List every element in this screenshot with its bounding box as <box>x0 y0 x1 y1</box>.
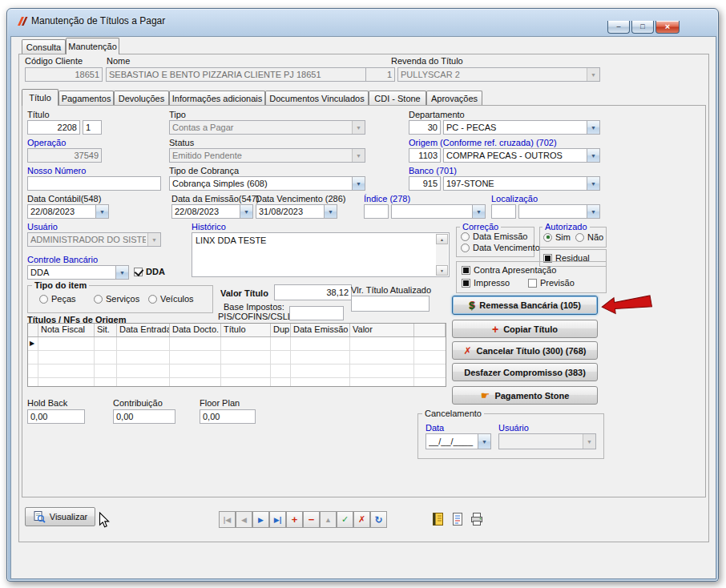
close-button[interactable]: × <box>655 21 680 34</box>
col-valor[interactable]: Valor <box>350 324 414 336</box>
autorizado-nao-radio[interactable]: Não <box>575 232 603 242</box>
remessa-bancaria-button[interactable]: $ Remessa Bancária (105) <box>452 296 598 315</box>
previsao-checkbox[interactable]: Previsão <box>528 278 575 288</box>
tab-informacoes-adicionais[interactable]: Informações adicionais <box>169 91 265 105</box>
contribuicao-field[interactable]: 0,00 <box>113 409 175 424</box>
nav-first-button[interactable]: |◀ <box>219 511 236 528</box>
origem-combo[interactable]: COMPRA PECAS - OUTROS ▼ <box>443 148 600 163</box>
nav-edit-button[interactable]: ▲ <box>320 511 337 528</box>
col-titulo[interactable]: Título <box>221 324 271 336</box>
visualizar-button[interactable]: Visualizar <box>25 507 95 526</box>
banco-code-field[interactable]: 915 <box>409 176 441 191</box>
chevron-down-icon[interactable]: ▼ <box>352 121 365 134</box>
origem-code-field[interactable]: 1103 <box>409 148 441 163</box>
chevron-down-icon[interactable]: ▼ <box>95 205 108 218</box>
tipo-cobranca-combo[interactable]: Cobrança Simples (608) ▼ <box>169 176 365 191</box>
hold-back-field[interactable]: 0,00 <box>27 409 85 424</box>
tab-aprovacoes[interactable]: Aprovações <box>426 91 482 105</box>
contra-apresentacao-checkbox[interactable]: Contra Apresentação <box>462 265 556 275</box>
revenda-code-field[interactable]: 1 <box>365 67 395 82</box>
grid-row[interactable] <box>28 351 446 364</box>
tab-pagamentos[interactable]: Pagamentos <box>58 91 114 105</box>
vlr-atualizado-field[interactable] <box>351 296 430 312</box>
tab-manutencao[interactable]: Manutenção <box>66 38 119 54</box>
autorizado-sim-radio[interactable]: Sim <box>543 232 571 242</box>
controle-bancario-combo[interactable]: DDA ▼ <box>27 265 129 280</box>
tipo-item-pecas-radio[interactable]: Peças <box>39 294 76 304</box>
historico-scrollbar[interactable]: ▲ ▼ <box>436 234 448 276</box>
grid-row[interactable] <box>28 378 446 387</box>
scroll-up-icon[interactable]: ▲ <box>436 234 448 244</box>
chevron-down-icon[interactable]: ▼ <box>352 149 365 162</box>
valor-titulo-field[interactable]: 38,12 <box>274 284 352 300</box>
correcao-data-emissao-radio[interactable]: Data Emissão <box>461 232 527 241</box>
tab-devolucoes[interactable]: Devoluções <box>114 91 169 105</box>
print-button[interactable] <box>469 511 485 527</box>
floor-plan-field[interactable]: 0,00 <box>200 409 256 424</box>
col-dup[interactable]: Dup <box>271 324 291 336</box>
base-impostos-field[interactable] <box>289 306 344 320</box>
parcela-field[interactable]: 1 <box>83 120 102 135</box>
ledger-button[interactable] <box>430 511 446 527</box>
chevron-down-icon[interactable]: ▼ <box>587 68 599 81</box>
localizacao-combo[interactable]: ▼ <box>518 204 600 219</box>
nav-last-button[interactable]: ▶| <box>269 511 286 528</box>
nosso-numero-field[interactable] <box>27 176 161 191</box>
chevron-down-icon[interactable]: ▼ <box>587 121 599 134</box>
grid-row[interactable] <box>28 364 446 378</box>
col-nota-fiscal[interactable]: Nota Fiscal <box>38 324 95 336</box>
titulo-field[interactable]: 2208 <box>27 120 80 135</box>
historico-textarea[interactable]: LINX DDA TESTE ▲ ▼ <box>192 232 450 277</box>
tipo-item-servicos-radio[interactable]: Serviços <box>94 294 139 304</box>
nav-delete-button[interactable]: − <box>303 511 320 528</box>
nav-insert-button[interactable]: + <box>286 511 303 528</box>
tab-titulo[interactable]: Título <box>22 89 58 106</box>
tipo-item-veiculos-radio[interactable]: Veículos <box>148 294 194 304</box>
tab-cdi-stone[interactable]: CDI - Stone <box>369 91 426 105</box>
col-data-entrada[interactable]: Data Entrada <box>117 324 170 336</box>
departamento-combo[interactable]: PC - PECAS ▼ <box>443 120 600 135</box>
status-combo[interactable]: Emitido Pendente ▼ <box>169 148 365 163</box>
col-sit[interactable]: Sit. <box>95 324 117 336</box>
nav-refresh-button[interactable]: ↻ <box>370 511 387 528</box>
nome-field[interactable]: SEBASTIAO E BENTO PIZZARIA CLIENTE PJ 18… <box>106 67 377 82</box>
chevron-down-icon[interactable]: ▼ <box>324 205 337 218</box>
chevron-down-icon[interactable]: ▼ <box>587 177 599 190</box>
scroll-down-icon[interactable]: ▼ <box>436 265 448 276</box>
chevron-down-icon[interactable]: ▼ <box>147 233 160 246</box>
origem-grid[interactable]: Nota Fiscal Sit. Data Entrada Data Docto… <box>27 323 446 387</box>
operacao-field[interactable]: 37549 <box>27 148 102 163</box>
usuario-combo[interactable]: ADMINISTRADOR DO SISTEM ▼ <box>27 232 161 247</box>
data-vencimento-picker[interactable]: 31/08/2023 ▼ <box>256 204 337 219</box>
localizacao-field[interactable] <box>491 204 516 219</box>
tab-documentos-vinculados[interactable]: Documentos Vinculados <box>265 91 369 105</box>
nav-post-button[interactable]: ✓ <box>337 511 353 528</box>
chevron-down-icon[interactable]: ▼ <box>115 266 128 279</box>
dda-checkbox[interactable]: DDA <box>134 267 165 276</box>
nav-cancel-button[interactable]: ✗ <box>353 511 370 528</box>
chevron-down-icon[interactable]: ▼ <box>583 434 595 449</box>
minimize-button[interactable]: – <box>607 21 630 34</box>
nav-next-button[interactable]: ▶ <box>252 511 269 528</box>
desfazer-compromisso-button[interactable]: Desfazer Compromisso (383) <box>452 363 598 381</box>
correcao-data-vencimento-radio[interactable]: Data Vencimento <box>461 243 540 252</box>
col-data-docto[interactable]: Data Docto. <box>170 324 221 336</box>
col-data-emissao[interactable]: Data Emissão <box>291 324 350 336</box>
banco-combo[interactable]: 197-STONE ▼ <box>443 176 600 191</box>
copiar-titulo-button[interactable]: + Copiar Título <box>452 320 598 338</box>
chevron-down-icon[interactable]: ▼ <box>587 149 599 162</box>
departamento-code-field[interactable]: 30 <box>409 120 441 135</box>
maximize-button[interactable]: □ <box>631 21 654 34</box>
chevron-down-icon[interactable]: ▼ <box>478 434 490 449</box>
data-emissao-picker[interactable]: 22/08/2023 ▼ <box>171 204 253 219</box>
cancelar-titulo-button[interactable]: ✗ Cancelar Título (300) (768) <box>452 341 598 360</box>
impresso-checkbox[interactable]: Impresso <box>462 278 510 288</box>
chevron-down-icon[interactable]: ▼ <box>472 205 485 218</box>
indice-combo[interactable]: ▼ <box>391 204 486 219</box>
cancelamento-data-picker[interactable]: __/__/____ ▼ <box>426 433 491 449</box>
revenda-combo[interactable]: PULLYSCAR 2 ▼ <box>397 67 600 82</box>
nav-prior-button[interactable]: ◀ <box>236 511 252 528</box>
chevron-down-icon[interactable]: ▼ <box>352 177 365 190</box>
chevron-down-icon[interactable]: ▼ <box>587 205 599 218</box>
tipo-combo[interactable]: Contas a Pagar ▼ <box>169 120 365 135</box>
